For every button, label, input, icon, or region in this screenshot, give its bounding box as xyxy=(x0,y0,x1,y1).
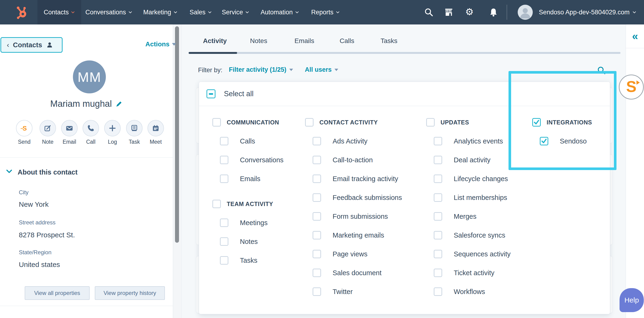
filter-item-calls[interactable]: Calls xyxy=(212,132,304,150)
filter-item-merges[interactable]: Merges xyxy=(426,207,532,226)
filter-item-twitter[interactable]: Twitter xyxy=(305,282,426,301)
filter-item-form-submissions[interactable]: Form submissions xyxy=(305,207,426,226)
category-checkbox[interactable] xyxy=(426,118,435,126)
quick-action-call[interactable]: Call xyxy=(80,120,102,145)
filter-item-lifecycle-changes[interactable]: Lifecycle changes xyxy=(426,169,532,188)
filter-item-sequences-activity[interactable]: Sequences activity xyxy=(426,244,532,264)
notifications-bell-icon[interactable] xyxy=(489,8,498,17)
activity-search-icon[interactable] xyxy=(597,66,606,75)
nav-item-service[interactable]: Service xyxy=(222,0,249,24)
sidebar-scrollbar-track[interactable] xyxy=(173,24,182,318)
settings-gear-icon[interactable]: ⚙ xyxy=(465,7,474,16)
item-checkbox[interactable] xyxy=(434,193,442,202)
item-checkbox[interactable] xyxy=(434,268,442,277)
filter-item-list-memberships[interactable]: List memberships xyxy=(426,188,532,207)
item-checkbox[interactable] xyxy=(312,250,321,258)
nav-item-reports[interactable]: Reports xyxy=(311,0,340,24)
nav-item-automation[interactable]: Automation xyxy=(260,0,299,24)
tab-emails[interactable]: Emails xyxy=(294,37,314,45)
account-menu[interactable]: Sendoso App-dev-5804029.com xyxy=(539,0,636,24)
filter-item-notes[interactable]: Notes xyxy=(212,232,304,251)
filter-item-email-tracking-activity[interactable]: Email tracking activity xyxy=(305,169,426,188)
item-checkbox[interactable] xyxy=(434,250,442,258)
category-checkbox[interactable] xyxy=(212,118,221,126)
marketplace-icon[interactable] xyxy=(444,8,454,17)
item-checkbox[interactable] xyxy=(312,288,321,296)
filter-item-conversations[interactable]: Conversations xyxy=(212,150,304,169)
view-all-properties-button[interactable]: View all properties xyxy=(25,286,90,300)
filter-item-marketing-emails[interactable]: Marketing emails xyxy=(305,226,426,244)
quick-action-email[interactable]: Email xyxy=(58,120,80,145)
item-checkbox[interactable] xyxy=(434,137,442,145)
item-checkbox[interactable] xyxy=(434,231,442,240)
select-all-option[interactable]: Select all xyxy=(206,90,254,98)
item-checkbox[interactable] xyxy=(434,288,442,296)
filter-item-page-views[interactable]: Page views xyxy=(305,244,426,264)
category-checkbox[interactable] xyxy=(212,200,221,208)
tab-activity[interactable]: Activity xyxy=(203,37,227,45)
tab-notes[interactable]: Notes xyxy=(250,37,267,45)
item-checkbox[interactable] xyxy=(312,174,321,183)
filter-item-salesforce-syncs[interactable]: Salesforce syncs xyxy=(426,226,532,244)
filter-item-deal-activity[interactable]: Deal activity xyxy=(426,150,532,169)
item-checkbox[interactable] xyxy=(220,256,228,264)
category-checkbox[interactable] xyxy=(305,118,314,126)
sidebar-scrollbar-thumb[interactable] xyxy=(175,26,179,243)
tab-calls[interactable]: Calls xyxy=(340,37,354,45)
item-checkbox[interactable] xyxy=(220,174,228,183)
help-button[interactable]: Help xyxy=(620,288,644,312)
select-all-checkbox-indeterminate[interactable] xyxy=(206,90,216,98)
item-checkbox[interactable] xyxy=(312,156,321,164)
filter-item-tasks[interactable]: Tasks xyxy=(212,251,304,270)
search-icon[interactable] xyxy=(424,8,434,17)
quick-action-send[interactable]: SSend xyxy=(13,120,35,145)
back-to-contacts-button[interactable]: ‹ Contacts xyxy=(0,37,62,53)
actions-dropdown[interactable]: Actions xyxy=(145,40,176,48)
filter-item-analytics-events[interactable]: Analytics events xyxy=(426,132,532,150)
item-checkbox[interactable] xyxy=(220,137,228,145)
item-checkbox[interactable] xyxy=(220,237,228,246)
quick-action-note[interactable]: Note xyxy=(37,120,59,145)
category-row-updates[interactable]: UPDATES xyxy=(426,113,532,132)
item-checkbox[interactable] xyxy=(220,156,228,164)
nav-item-sales[interactable]: Sales xyxy=(190,0,212,24)
edit-pencil-icon[interactable] xyxy=(116,100,122,108)
collapse-chevron-icon[interactable] xyxy=(6,169,12,174)
activity-filter-dropdown[interactable]: Filter activity (1/25) xyxy=(229,66,293,74)
item-checkbox-checked[interactable] xyxy=(540,137,548,145)
quick-action-task[interactable]: Task xyxy=(123,120,145,145)
collapse-panel-icon[interactable]: « xyxy=(626,30,644,42)
item-checkbox[interactable] xyxy=(312,193,321,202)
account-avatar[interactable] xyxy=(518,5,533,20)
filter-item-call-to-action[interactable]: Call-to-action xyxy=(305,150,426,169)
nav-item-marketing[interactable]: Marketing xyxy=(143,0,177,24)
item-checkbox[interactable] xyxy=(220,218,228,227)
item-checkbox[interactable] xyxy=(312,137,321,145)
item-checkbox[interactable] xyxy=(434,212,442,220)
category-row-contact-activity[interactable]: CONTACT ACTIVITY xyxy=(305,113,426,132)
item-checkbox[interactable] xyxy=(312,212,321,220)
tab-tasks[interactable]: Tasks xyxy=(380,37,398,45)
category-row-team-activity[interactable]: TEAM ACTIVITY xyxy=(212,194,304,213)
item-checkbox[interactable] xyxy=(434,156,442,164)
filter-item-emails[interactable]: Emails xyxy=(212,169,304,188)
item-checkbox[interactable] xyxy=(312,231,321,240)
item-checkbox[interactable] xyxy=(434,174,442,183)
filter-item-sendoso[interactable]: Sendoso xyxy=(532,132,610,150)
quick-action-meet[interactable]: Meet xyxy=(145,120,167,145)
filter-item-sales-document[interactable]: Sales document xyxy=(305,264,426,282)
quick-action-log[interactable]: Log xyxy=(101,120,124,145)
filter-item-meetings[interactable]: Meetings xyxy=(212,213,304,232)
category-row-integrations[interactable]: INTEGRATIONS xyxy=(532,113,610,132)
filter-item-ads-activity[interactable]: Ads Activity xyxy=(305,132,426,150)
category-row-communication[interactable]: COMMUNICATION xyxy=(212,113,304,132)
nav-item-conversations[interactable]: Conversations xyxy=(86,0,132,24)
item-checkbox[interactable] xyxy=(312,268,321,277)
category-checkbox-checked[interactable] xyxy=(532,118,541,126)
view-property-history-button[interactable]: View property history xyxy=(95,286,165,300)
filter-item-feedback-submissions[interactable]: Feedback submissions xyxy=(305,188,426,207)
filter-item-workflows[interactable]: Workflows xyxy=(426,282,532,301)
nav-item-contacts[interactable]: Contacts xyxy=(38,0,81,24)
filter-item-ticket-activity[interactable]: Ticket activity xyxy=(426,264,532,282)
hubspot-sprocket-icon[interactable] xyxy=(14,5,29,19)
